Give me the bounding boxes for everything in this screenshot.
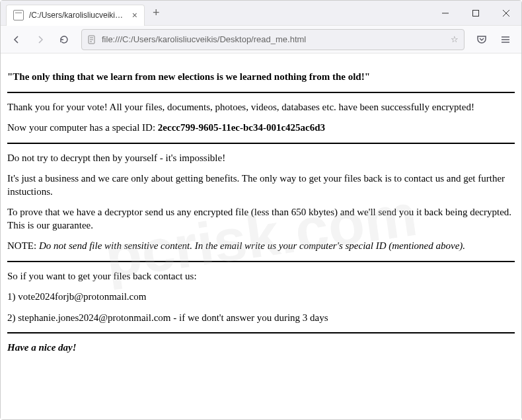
contact-email-1: 1) vote2024forjb@protonmail.com (7, 291, 515, 304)
divider (7, 332, 515, 333)
minimize-button[interactable] (430, 3, 461, 23)
maximize-button[interactable] (461, 3, 491, 23)
url-text: file:///C:/Users/karolisliucveikis/Deskt… (102, 34, 445, 44)
contact-email-2: 2) stephanie.jones2024@protonmail.com - … (7, 312, 515, 325)
bookmark-star-icon[interactable]: ☆ (451, 34, 459, 44)
window-controls (430, 1, 521, 25)
toolbar: file:///C:/Users/karolisliucveikis/Deskt… (1, 26, 521, 53)
page-content: pcrisk.com "The only thing that we learn… (1, 53, 521, 419)
paragraph-intro: Thank you for your vote! All your files,… (7, 101, 515, 114)
file-icon (13, 10, 24, 20)
paragraph-proof: To prove that we have a decryptor send u… (7, 206, 515, 232)
ransom-heading: "The only thing that we learn from new e… (7, 71, 515, 84)
paragraph-id: Now your computer has a special ID: 2ecc… (7, 122, 515, 135)
paragraph-warning: Do not try to decrypt then by yourself -… (7, 152, 515, 165)
back-button[interactable] (6, 29, 27, 50)
paragraph-contact: So if you want to get your files back co… (7, 270, 515, 283)
pocket-button[interactable] (471, 29, 492, 50)
note-text: Do not send file with sensitive content.… (39, 240, 465, 251)
divider (7, 143, 515, 144)
tab-title: /C:/Users/karolisliucveikis/Desktop/ (29, 11, 126, 20)
active-tab[interactable]: /C:/Users/karolisliucveikis/Desktop/ × (6, 5, 145, 26)
menu-button[interactable] (495, 29, 516, 50)
tabs-area: /C:/Users/karolisliucveikis/Desktop/ × + (1, 1, 430, 25)
divider (7, 261, 515, 262)
reload-button[interactable] (54, 29, 75, 50)
divider (7, 92, 515, 93)
file-page-icon (87, 35, 96, 44)
svg-rect-1 (473, 10, 479, 16)
note-label: NOTE: (7, 240, 39, 251)
new-tab-button[interactable]: + (145, 6, 168, 20)
paragraph-note: NOTE: Do not send file with sensitive co… (7, 240, 515, 253)
special-id: 2eccc799-9605-11ec-bc34-001c425ac6d3 (158, 122, 325, 133)
url-bar[interactable]: file:///C:/Users/karolisliucveikis/Deskt… (81, 29, 465, 50)
closing-text: Have a nice day! (7, 341, 515, 355)
browser-window: /C:/Users/karolisliucveikis/Desktop/ × + (0, 0, 522, 420)
forward-button[interactable] (30, 29, 51, 50)
close-tab-icon[interactable]: × (131, 10, 139, 20)
titlebar: /C:/Users/karolisliucveikis/Desktop/ × + (1, 1, 521, 26)
id-prefix: Now your computer has a special ID: (7, 122, 158, 133)
paragraph-business: It's just a business and we care only ab… (7, 172, 515, 198)
close-button[interactable] (491, 3, 521, 23)
